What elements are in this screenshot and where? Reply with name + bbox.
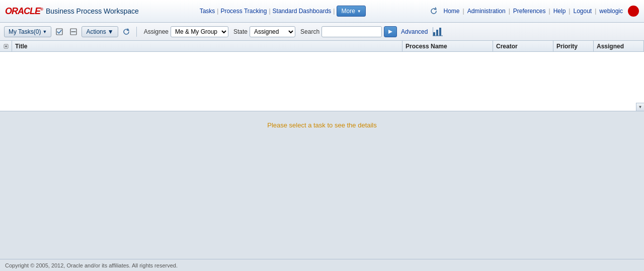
column-header-title: Title xyxy=(12,41,403,52)
logout-link[interactable]: Logout xyxy=(573,8,592,15)
actions-dropdown-arrow-icon: ▼ xyxy=(108,28,114,35)
my-tasks-button[interactable]: My Tasks(0) ▼ xyxy=(4,26,51,37)
oracle-logo: ORACLE® xyxy=(5,6,43,17)
nav-center: Tasks | Process Tracking | Standard Dash… xyxy=(139,6,427,17)
my-tasks-dropdown-arrow-icon: ▼ xyxy=(42,29,47,34)
assignee-label: Assignee xyxy=(144,28,169,35)
weblogic-link[interactable]: weblogic xyxy=(599,8,623,15)
refresh-tasks-icon[interactable] xyxy=(120,26,132,38)
oracle-user-icon xyxy=(628,6,639,17)
column-header-priority: Priority xyxy=(553,41,594,52)
state-select[interactable]: Assigned Completed Suspended All xyxy=(250,26,295,37)
copyright-text: Copyright © 2005, 2012, Oracle and/or it… xyxy=(5,262,178,268)
detail-area: Please select a task to see the details xyxy=(0,111,644,252)
standard-dashboards-nav-link[interactable]: Standard Dashboards xyxy=(273,8,332,15)
table-expand-toggle[interactable] xyxy=(0,41,12,52)
logo-area: ORACLE® Business Process Workspace xyxy=(5,6,139,17)
search-input[interactable] xyxy=(321,26,382,37)
state-label: State xyxy=(233,28,248,35)
actions-button[interactable]: Actions ▼ xyxy=(82,26,118,37)
search-go-button[interactable] xyxy=(384,26,397,37)
nav-right: Home | Administration | Preferences | He… xyxy=(427,4,639,18)
refresh-icon[interactable] xyxy=(427,4,441,18)
advanced-search-link[interactable]: Advanced xyxy=(401,28,428,35)
task-detail-message: Please select a task to see the details xyxy=(267,121,377,129)
column-header-assigned: Assigned xyxy=(594,41,644,52)
toolbar: My Tasks(0) ▼ Actions ▼ Assignee Me & My… xyxy=(0,23,644,41)
assignee-select[interactable]: Me & My Group Me My Group Anyone xyxy=(171,26,228,37)
header: ORACLE® Business Process Workspace Tasks… xyxy=(0,0,644,23)
more-button[interactable]: More ▼ xyxy=(337,6,365,17)
scroll-down-arrow[interactable]: ▼ xyxy=(636,103,644,111)
more-dropdown-arrow-icon: ▼ xyxy=(357,9,361,14)
svg-rect-6 xyxy=(439,28,441,36)
administration-link[interactable]: Administration xyxy=(467,8,506,15)
tasks-nav-link[interactable]: Tasks xyxy=(200,8,215,15)
svg-rect-5 xyxy=(436,30,438,36)
home-link[interactable]: Home xyxy=(444,8,460,15)
chart-view-icon[interactable] xyxy=(432,26,444,38)
svg-rect-4 xyxy=(433,32,435,36)
task-table: Title Process Name Creator Priority Assi… xyxy=(0,41,644,111)
deselect-all-icon[interactable] xyxy=(67,26,79,38)
search-label: Search xyxy=(300,28,319,35)
help-link[interactable]: Help xyxy=(553,8,566,15)
preferences-link[interactable]: Preferences xyxy=(513,8,546,15)
column-header-process-name: Process Name xyxy=(403,41,493,52)
app-title: Business Process Workspace xyxy=(46,7,139,15)
select-all-icon[interactable] xyxy=(53,26,65,38)
footer: Copyright © 2005, 2012, Oracle and/or it… xyxy=(0,259,644,271)
table-body xyxy=(0,52,644,110)
column-header-creator: Creator xyxy=(493,41,553,52)
toolbar-separator xyxy=(136,27,137,37)
process-tracking-nav-link[interactable]: Process Tracking xyxy=(220,8,267,15)
table-header: Title Process Name Creator Priority Assi… xyxy=(0,41,644,52)
svg-marker-3 xyxy=(388,30,392,34)
